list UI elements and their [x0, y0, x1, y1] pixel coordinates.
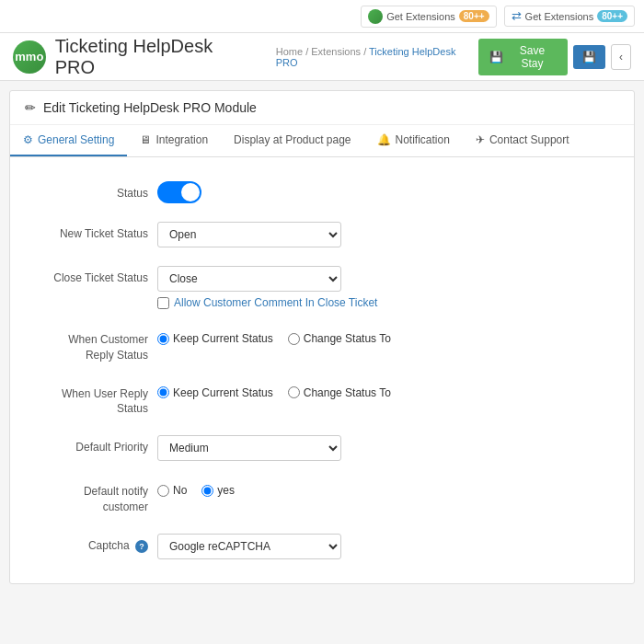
new-ticket-control: Open Pending Closed: [157, 222, 615, 247]
default-priority-control: Low Medium High Urgent: [157, 435, 615, 461]
top-bar: Get Extensions 80++ ⇄ Get Extensions 80+…: [0, 0, 644, 33]
logo: mmo: [13, 40, 46, 74]
allow-comment-checkbox[interactable]: [157, 297, 169, 309]
ext-btn1-label: Get Extensions: [386, 11, 455, 22]
get-extensions-btn-2[interactable]: ⇄ Get Extensions 80++: [504, 6, 635, 27]
new-ticket-label: New Ticket Status: [29, 222, 148, 242]
notify-yes-label: yes: [217, 484, 235, 497]
form-area: Status New Ticket Status Open Pending Cl…: [10, 157, 634, 583]
customer-change-label: Change Status To: [304, 332, 391, 345]
app-title: Ticketing HelpDesk PRO: [55, 36, 256, 78]
header-actions: 💾 Save Stay 💾 ‹: [478, 39, 631, 75]
user-keep-label: Keep Current Status: [173, 386, 273, 399]
close-ticket-control: Close Open Pending Allow Customer Commen…: [157, 266, 615, 309]
get-extensions-btn-1[interactable]: Get Extensions 80++: [361, 6, 496, 28]
user-reply-control: Keep Current Status Change Status To: [157, 382, 615, 399]
notify-no[interactable]: No: [157, 484, 187, 497]
new-ticket-row: New Ticket Status Open Pending Closed: [10, 213, 634, 257]
save-button[interactable]: 💾: [573, 45, 605, 69]
monitor-icon: 🖥: [140, 133, 151, 146]
close-ticket-select[interactable]: Close Open Pending: [157, 266, 341, 292]
tab-general-label: General Setting: [38, 133, 114, 146]
mmo-icon: [368, 9, 383, 24]
customer-reply-row: When CustomerReply Status Keep Current S…: [10, 318, 634, 373]
edit-icon: ✏: [25, 100, 36, 115]
user-change-status[interactable]: Change Status To: [288, 386, 391, 399]
notify-customer-row: Default notifycustomer No yes: [10, 470, 634, 524]
tab-integration[interactable]: 🖥 Integration: [127, 125, 221, 156]
customer-reply-label: When CustomerReply Status: [29, 328, 148, 363]
status-control: [157, 181, 615, 203]
tab-integration-label: Integration: [155, 133, 208, 146]
chevron-left-icon: ‹: [619, 51, 623, 63]
status-row: Status: [10, 172, 634, 213]
save-stay-label: Save Stay: [508, 44, 557, 70]
user-reply-label: When User ReplyStatus: [29, 382, 148, 418]
breadcrumb-extensions[interactable]: Extensions: [311, 46, 361, 57]
paper-plane-icon: ✈: [476, 133, 485, 146]
arrow-icon: ⇄: [512, 9, 522, 23]
notify-customer-label: Default notifycustomer: [29, 479, 148, 515]
breadcrumb: Home / Extensions / Ticketing HelpDesk P…: [276, 46, 478, 68]
tab-notification[interactable]: 🔔 Notification: [364, 125, 463, 156]
tab-notification-label: Notification: [396, 133, 450, 146]
ext-badge-1: 80++: [459, 10, 489, 22]
tab-contact[interactable]: ✈ Contact Support: [463, 125, 582, 156]
save-stay-button[interactable]: 💾 Save Stay: [478, 39, 568, 75]
gear-icon: ⚙: [23, 133, 33, 146]
ext-btn2-label: Get Extensions: [525, 11, 594, 22]
allow-comment-row: Allow Customer Comment In Close Ticket: [157, 296, 615, 309]
user-keep-current[interactable]: Keep Current Status: [157, 386, 273, 399]
customer-reply-control: Keep Current Status Change Status To: [157, 328, 615, 345]
back-button[interactable]: ‹: [611, 44, 631, 70]
tab-contact-label: Contact Support: [489, 133, 569, 146]
header-left: mmo Ticketing HelpDesk PRO Home / Extens…: [13, 36, 478, 78]
close-ticket-label: Close Ticket Status: [29, 266, 148, 286]
captcha-select[interactable]: Google reCAPTCHA None: [157, 534, 341, 559]
notify-radios: No yes: [157, 479, 615, 497]
customer-reply-radios: Keep Current Status Change Status To: [157, 328, 615, 345]
default-priority-row: Default Priority Low Medium High Urgent: [10, 426, 634, 470]
captcha-row: Captcha ? Google reCAPTCHA None: [10, 524, 634, 569]
default-priority-label: Default Priority: [29, 435, 148, 455]
notify-customer-control: No yes: [157, 479, 615, 497]
page-title: Edit Ticketing HelpDesk PRO Module: [43, 100, 257, 115]
new-ticket-select[interactable]: Open Pending Closed: [157, 222, 341, 247]
ext-badge-2: 80++: [597, 10, 627, 22]
notify-yes[interactable]: yes: [201, 484, 235, 497]
customer-keep-current[interactable]: Keep Current Status: [157, 332, 273, 345]
user-change-label: Change Status To: [304, 386, 391, 399]
tab-product[interactable]: Display at Product page: [221, 125, 363, 156]
customer-change-status[interactable]: Change Status To: [288, 332, 391, 345]
status-label: Status: [29, 181, 148, 201]
tab-general[interactable]: ⚙ General Setting: [10, 125, 127, 156]
captcha-label: Captcha ?: [29, 534, 148, 554]
page-content: ✏ Edit Ticketing HelpDesk PRO Module ⚙ G…: [9, 90, 635, 584]
tab-product-label: Display at Product page: [234, 133, 351, 146]
save-icon: 💾: [489, 51, 503, 63]
allow-comment-label: Allow Customer Comment In Close Ticket: [174, 296, 377, 309]
toggle-slider: [157, 181, 201, 203]
user-reply-radios: Keep Current Status Change Status To: [157, 382, 615, 399]
page-header: ✏ Edit Ticketing HelpDesk PRO Module: [10, 91, 634, 125]
app-header: mmo Ticketing HelpDesk PRO Home / Extens…: [0, 33, 644, 81]
user-reply-row: When User ReplyStatus Keep Current Statu…: [10, 373, 634, 427]
customer-keep-label: Keep Current Status: [173, 332, 273, 345]
tabs: ⚙ General Setting 🖥 Integration Display …: [10, 125, 634, 157]
status-toggle[interactable]: [157, 181, 201, 203]
close-ticket-row: Close Ticket Status Close Open Pending A…: [10, 257, 634, 318]
disk-icon: 💾: [582, 51, 596, 63]
breadcrumb-home[interactable]: Home: [276, 46, 303, 57]
default-priority-select[interactable]: Low Medium High Urgent: [157, 435, 341, 461]
captcha-info-icon[interactable]: ?: [135, 540, 148, 553]
notify-no-label: No: [173, 484, 187, 497]
captcha-control: Google reCAPTCHA None: [157, 534, 615, 559]
bell-icon: 🔔: [377, 133, 391, 146]
